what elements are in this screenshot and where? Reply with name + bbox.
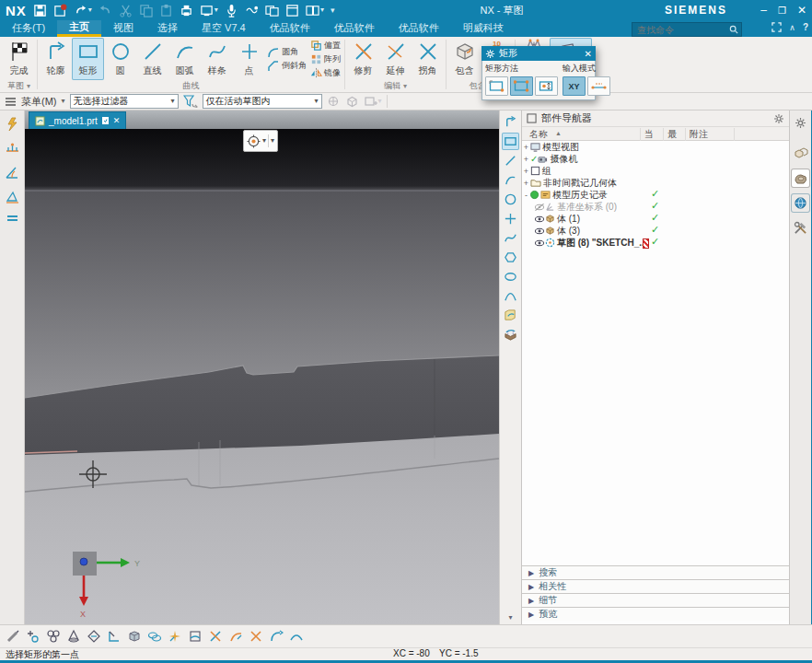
- chamfer-button[interactable]: 倒斜角: [267, 60, 307, 72]
- strip-rectangle-button[interactable]: [502, 133, 519, 150]
- sort-ascending-icon[interactable]: ▲: [555, 130, 562, 136]
- expander-icon[interactable]: +: [522, 155, 530, 164]
- extend-button[interactable]: 延伸: [379, 38, 412, 80]
- group-label-curve[interactable]: 曲线: [183, 80, 200, 92]
- utility-tools-button[interactable]: [792, 219, 809, 237]
- selection-scope-combo[interactable]: 仅在活动草图内 ▾: [203, 94, 322, 109]
- rectangle-button[interactable]: 矩形: [72, 38, 104, 80]
- tab-pin-icon[interactable]: [101, 116, 110, 125]
- selection-filter-combo[interactable]: 无选择过滤器 ▾: [70, 94, 179, 109]
- strip-offset-curve-button[interactable]: [502, 307, 519, 324]
- column-note[interactable]: 附注: [690, 128, 708, 141]
- bottom-plane-button[interactable]: [85, 627, 103, 646]
- menu-button[interactable]: 菜单(M): [21, 95, 57, 109]
- bottom-point-button[interactable]: [24, 627, 42, 646]
- bottom-fillet-arc-button[interactable]: [267, 627, 285, 646]
- graphics-viewport[interactable]: Y X ▾ ▾: [25, 129, 499, 624]
- group-label-edit[interactable]: 编辑: [384, 80, 400, 92]
- tab-view[interactable]: 视图: [101, 20, 145, 37]
- dimension-mode-button[interactable]: [587, 76, 610, 96]
- sidebar-gear-button[interactable]: [792, 114, 809, 132]
- strip-conic-button[interactable]: [502, 287, 519, 305]
- corner-button[interactable]: 拐角: [412, 38, 444, 80]
- point-button[interactable]: 点: [233, 38, 265, 80]
- tab-mingwei[interactable]: 明威科技: [451, 20, 516, 37]
- line-button[interactable]: 直线: [136, 38, 168, 80]
- rect-from-center-button[interactable]: [535, 76, 558, 96]
- section-details[interactable]: ▶细节: [522, 593, 789, 607]
- xy-mode-button[interactable]: XY: [563, 76, 586, 96]
- copy-display-icon[interactable]: [265, 4, 279, 17]
- eye-hidden-icon[interactable]: [534, 203, 545, 212]
- tab-plugin-3[interactable]: 优品软件: [387, 20, 451, 37]
- dialog-close-button[interactable]: ✕: [585, 49, 592, 59]
- snap-plane-icon[interactable]: [364, 95, 377, 108]
- bottom-solid-box-button[interactable]: [125, 627, 144, 646]
- strip-point-button[interactable]: [502, 210, 519, 227]
- column-current[interactable]: 当: [644, 128, 654, 141]
- pattern-button[interactable]: 阵列: [310, 53, 341, 65]
- rect-by-3-points-button[interactable]: [510, 76, 533, 96]
- eye-visible-icon[interactable]: [534, 227, 545, 236]
- profile-button[interactable]: 轮廓: [40, 38, 72, 80]
- tab-task[interactable]: 任务(T): [0, 20, 57, 37]
- snap-solid-icon[interactable]: [345, 95, 359, 108]
- tab-plugin-2[interactable]: 优品软件: [322, 20, 387, 37]
- strip-project-curve-button[interactable]: [502, 326, 519, 343]
- strip-scroll-down-icon[interactable]: ▾: [508, 613, 512, 622]
- redo-icon[interactable]: [99, 4, 112, 17]
- command-finder-input[interactable]: [635, 24, 729, 36]
- dimension-triangle-icon[interactable]: [5, 189, 20, 204]
- close-button[interactable]: ✕: [797, 4, 806, 17]
- strip-ellipse-button[interactable]: [502, 268, 519, 285]
- tab-xingkong[interactable]: 星空 V7.4: [190, 20, 258, 37]
- offset-button[interactable]: 偏置: [310, 40, 341, 52]
- snap-point-icon[interactable]: [327, 95, 341, 108]
- eye-visible-icon[interactable]: [534, 215, 545, 224]
- bottom-corner-arrow-button[interactable]: [105, 627, 123, 646]
- angle-constraint-icon[interactable]: [5, 165, 20, 180]
- strip-circle-button[interactable]: [502, 191, 519, 208]
- expander-icon[interactable]: +: [522, 179, 530, 188]
- panel-gear-icon[interactable]: [773, 113, 784, 124]
- save-icon[interactable]: [33, 4, 47, 17]
- strip-polygon-button[interactable]: [502, 249, 519, 266]
- command-assistant-icon[interactable]: [245, 4, 259, 17]
- tab-plugin-1[interactable]: 优品软件: [258, 20, 322, 37]
- paste-icon[interactable]: [159, 4, 173, 17]
- expander-icon[interactable]: +: [522, 167, 530, 176]
- filter-reset-icon[interactable]: [183, 95, 198, 108]
- spline-button[interactable]: 样条: [201, 38, 233, 80]
- help-icon[interactable]: ?: [803, 22, 808, 32]
- datum-target-icon[interactable]: [5, 141, 20, 156]
- print-icon[interactable]: [180, 4, 193, 17]
- command-finder[interactable]: [632, 22, 742, 37]
- menu-lines-icon[interactable]: [5, 97, 17, 107]
- tree-row-groups[interactable]: + 组: [522, 165, 789, 177]
- tree-row-sketch-8[interactable]: 草图 (8) "SKETCH_... ✓: [522, 237, 789, 249]
- rectangle-dialog-titlebar[interactable]: 矩形 ✕: [481, 46, 596, 61]
- maximize-button[interactable]: ❐: [778, 6, 786, 16]
- expander-icon[interactable]: +: [522, 143, 530, 152]
- bottom-extend-arc-button[interactable]: [226, 627, 245, 646]
- bottom-circles-button[interactable]: [44, 627, 63, 646]
- tab-select[interactable]: 选择: [145, 20, 190, 37]
- minimize-button[interactable]: –: [760, 4, 767, 17]
- capture-button[interactable]: ▾: [200, 4, 218, 17]
- document-tab-close-icon[interactable]: ✕: [113, 116, 121, 125]
- window-icon[interactable]: [285, 4, 299, 17]
- fullscreen-icon[interactable]: [771, 22, 782, 32]
- microphone-icon[interactable]: [225, 4, 238, 17]
- bottom-sketch-line-button[interactable]: [4, 627, 22, 646]
- mirror-button[interactable]: 镜像: [310, 67, 341, 79]
- column-latest[interactable]: 最: [667, 128, 677, 141]
- widget-more-caret-icon[interactable]: ▾: [271, 137, 274, 145]
- section-dependencies[interactable]: ▶相关性: [522, 579, 789, 593]
- arc-button[interactable]: 圆弧: [168, 38, 201, 80]
- bottom-sketch-curves-button[interactable]: [145, 627, 164, 646]
- bottom-trim-frame-button[interactable]: [186, 627, 204, 646]
- finish-sketch-button[interactable]: 完成: [3, 38, 35, 80]
- bottom-fillet-spark-button[interactable]: [166, 627, 184, 646]
- section-search[interactable]: ▶搜索: [522, 565, 789, 579]
- bottom-trim-x-button[interactable]: [206, 627, 225, 646]
